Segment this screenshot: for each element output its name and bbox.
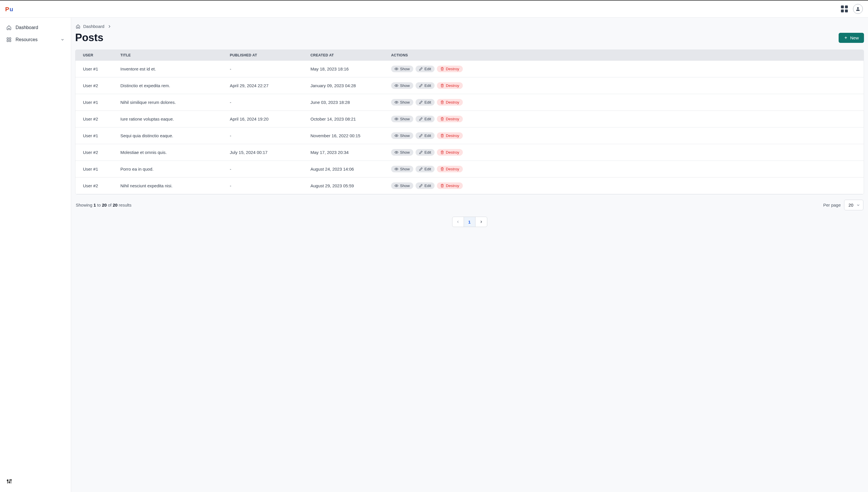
cell-published: - (230, 100, 310, 105)
chevron-left-icon (456, 220, 460, 224)
sidebar-item-resources[interactable]: Resources (0, 34, 71, 46)
cell-published: - (230, 67, 310, 71)
pagination: 1 (452, 217, 487, 227)
cell-user: User #1 (83, 67, 120, 71)
new-button[interactable]: New (839, 33, 864, 43)
destroy-button[interactable]: Destroy (437, 132, 463, 139)
page-1[interactable]: 1 (464, 217, 475, 227)
app-logo[interactable]: P u (5, 4, 15, 14)
results-summary: Showing 1 to 20 of 20 results (76, 202, 132, 207)
cell-published: - (230, 133, 310, 138)
eye-icon (395, 67, 398, 71)
cell-title: Nihil nesciunt expedita nisi. (120, 183, 230, 188)
svg-point-10 (9, 482, 9, 483)
destroy-button[interactable]: Destroy (437, 149, 463, 156)
svg-point-12 (10, 479, 11, 480)
svg-point-8 (7, 480, 8, 481)
cell-user: User #2 (83, 150, 120, 155)
cell-user: User #2 (83, 183, 120, 188)
svg-point-19 (396, 135, 397, 136)
trash-icon (440, 134, 444, 138)
home-icon (6, 25, 11, 30)
destroy-button[interactable]: Destroy (437, 116, 463, 122)
trash-icon (440, 150, 444, 154)
user-avatar[interactable] (853, 4, 863, 14)
breadcrumb-home[interactable]: Dashboard (83, 24, 104, 29)
destroy-button[interactable]: Destroy (437, 166, 463, 172)
edit-button[interactable]: Edit (416, 149, 435, 156)
cell-title: Iure ratione voluptas eaque. (120, 117, 230, 121)
cell-title: Sequi quia distinctio eaque. (120, 133, 230, 138)
eye-icon (395, 184, 398, 188)
svg-point-2 (857, 7, 859, 9)
pencil-icon (419, 167, 423, 171)
destroy-button[interactable]: Destroy (437, 66, 463, 72)
cell-user: User #2 (83, 117, 120, 121)
cell-actions: Show Edit Destroy (391, 116, 856, 122)
pencil-icon (419, 100, 423, 104)
apps-grid-icon[interactable] (841, 5, 848, 13)
trash-icon (440, 84, 444, 88)
sidebar-item-label: Resources (16, 37, 38, 42)
per-page-select[interactable]: 20 (844, 200, 863, 210)
per-page-value: 20 (848, 202, 853, 207)
cell-created: August 29, 2023 05:59 (310, 183, 391, 188)
cell-actions: Show Edit Destroy (391, 66, 856, 72)
grid-icon (6, 37, 11, 42)
cell-user: User #1 (83, 100, 120, 105)
show-button[interactable]: Show (391, 66, 413, 72)
edit-button[interactable]: Edit (416, 116, 435, 122)
col-title: TITLE (120, 53, 230, 57)
pencil-icon (419, 84, 423, 88)
posts-table: USER TITLE PUBLISHED AT CREATED AT ACTIO… (75, 49, 864, 195)
table-row[interactable]: User #2 Iure ratione voluptas eaque. Apr… (75, 111, 864, 127)
show-button[interactable]: Show (391, 182, 413, 189)
edit-button[interactable]: Edit (416, 182, 435, 189)
table-row[interactable]: User #2 Distinctio et expedita rem. Apri… (75, 77, 864, 94)
table-row[interactable]: User #1 Nihil similique rerum dolores. -… (75, 94, 864, 111)
sliders-icon (6, 478, 12, 484)
trash-icon (440, 167, 444, 171)
home-icon (76, 24, 80, 29)
show-button[interactable]: Show (391, 149, 413, 156)
trash-icon (440, 184, 444, 188)
page-prev[interactable] (452, 217, 464, 227)
table-row[interactable]: User #1 Sequi quia distinctio eaque. - N… (75, 127, 864, 144)
eye-icon (395, 150, 398, 154)
sidebar-item-dashboard[interactable]: Dashboard (0, 22, 71, 34)
col-actions: ACTIONS (391, 53, 856, 57)
edit-button[interactable]: Edit (416, 99, 435, 105)
table-row[interactable]: User #1 Porro ea in quod. - August 24, 2… (75, 161, 864, 177)
destroy-button[interactable]: Destroy (437, 99, 463, 105)
table-row[interactable]: User #2 Molestiae et omnis quis. July 15… (75, 144, 864, 161)
edit-button[interactable]: Edit (416, 82, 435, 89)
show-button[interactable]: Show (391, 132, 413, 139)
table-row[interactable]: User #2 Nihil nesciunt expedita nisi. - … (75, 177, 864, 194)
edit-button[interactable]: Edit (416, 166, 435, 172)
show-button[interactable]: Show (391, 116, 413, 122)
col-user: USER (83, 53, 120, 57)
eye-icon (395, 167, 398, 171)
svg-point-15 (396, 69, 397, 69)
svg-rect-3 (7, 38, 8, 39)
breadcrumb: Dashboard (75, 24, 864, 29)
table-row[interactable]: User #1 Inventore est id et. - May 18, 2… (75, 61, 864, 77)
cell-actions: Show Edit Destroy (391, 166, 856, 172)
plus-icon (844, 36, 848, 40)
destroy-button[interactable]: Destroy (437, 82, 463, 89)
pencil-icon (419, 117, 423, 121)
cell-created: May 17, 2023 20:34 (310, 150, 391, 155)
svg-rect-4 (9, 38, 11, 39)
show-button[interactable]: Show (391, 166, 413, 172)
page-next[interactable] (475, 217, 487, 227)
show-button[interactable]: Show (391, 99, 413, 105)
cell-title: Nihil similique rerum dolores. (120, 100, 230, 105)
settings-toggle[interactable] (0, 478, 71, 488)
topbar: P u (0, 0, 868, 18)
edit-button[interactable]: Edit (416, 66, 435, 72)
cell-created: January 09, 2023 04:28 (310, 83, 391, 88)
show-button[interactable]: Show (391, 82, 413, 89)
destroy-button[interactable]: Destroy (437, 182, 463, 189)
edit-button[interactable]: Edit (416, 132, 435, 139)
cell-created: June 03, 2023 18:28 (310, 100, 391, 105)
